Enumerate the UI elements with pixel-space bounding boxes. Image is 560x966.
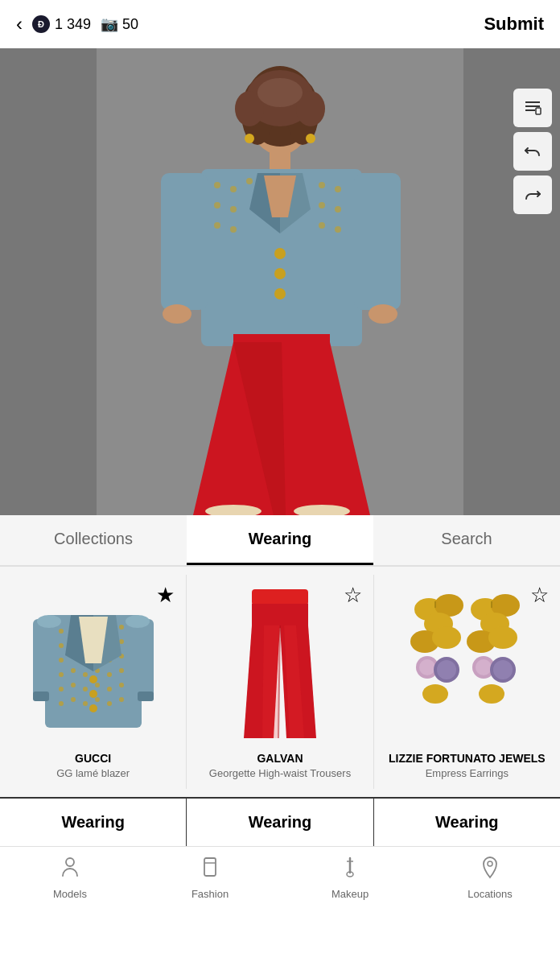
svg-point-21 xyxy=(214,202,220,208)
svg-point-12 xyxy=(245,134,254,143)
svg-point-122 xyxy=(493,660,513,679)
svg-rect-91 xyxy=(33,619,49,700)
svg-point-25 xyxy=(319,182,325,188)
svg-point-77 xyxy=(107,687,112,691)
svg-point-13 xyxy=(306,134,315,143)
svg-point-54 xyxy=(119,625,124,630)
model-photo-area xyxy=(0,48,560,515)
svg-point-74 xyxy=(71,683,76,687)
svg-point-75 xyxy=(83,687,88,691)
list-view-button[interactable] xyxy=(513,89,552,127)
brand-gucci: GUCCI xyxy=(75,752,111,765)
name-galvan: Georgette High-waist Trousers xyxy=(209,767,351,781)
nav-item-models[interactable]: Models xyxy=(0,855,140,900)
svg-rect-98 xyxy=(252,604,308,628)
bottom-navigation: Models Fashion Makeup Locations xyxy=(0,846,560,905)
tab-search[interactable]: Search xyxy=(373,515,560,565)
svg-rect-34 xyxy=(161,173,208,310)
svg-point-83 xyxy=(107,701,112,706)
name-earrings: Empress Earrings xyxy=(426,767,509,781)
side-buttons-panel xyxy=(513,89,552,214)
svg-point-110 xyxy=(419,659,435,675)
brand-earrings: LIZZIE FORTUNATO JEWELS xyxy=(389,752,546,765)
svg-point-118 xyxy=(488,626,517,649)
wearing-button-0[interactable]: Wearing xyxy=(0,799,187,846)
product-card-galvan: ☆ GALVAN Georgette High-waist Trousers xyxy=(187,575,373,789)
svg-point-22 xyxy=(230,206,237,213)
svg-point-69 xyxy=(83,672,88,677)
svg-point-108 xyxy=(432,626,461,649)
submit-button[interactable]: Submit xyxy=(484,14,544,35)
svg-point-71 xyxy=(107,672,112,677)
models-icon xyxy=(58,855,82,885)
nav-item-makeup[interactable]: Makeup xyxy=(280,855,420,900)
wearing-button-1[interactable]: Wearing xyxy=(187,799,373,846)
name-gucci: GG lamé blazer xyxy=(56,767,130,781)
svg-point-84 xyxy=(119,697,124,702)
camera-display: 📷 50 xyxy=(101,15,138,33)
svg-point-33 xyxy=(274,288,286,299)
coins-value: 1 349 xyxy=(55,16,91,33)
svg-point-82 xyxy=(95,697,100,702)
svg-point-20 xyxy=(246,178,253,184)
svg-point-49 xyxy=(59,629,64,634)
tab-collections[interactable]: Collections xyxy=(0,515,187,565)
svg-point-24 xyxy=(230,226,237,233)
svg-point-80 xyxy=(71,697,76,702)
svg-point-132 xyxy=(488,861,492,866)
star-button-earrings[interactable]: ☆ xyxy=(530,583,549,608)
coin-icon: Ð xyxy=(32,15,50,33)
wearing-buttons-row: Wearing Wearing Wearing xyxy=(0,797,560,846)
svg-point-76 xyxy=(95,683,100,687)
svg-point-28 xyxy=(335,206,341,213)
svg-point-29 xyxy=(319,222,325,229)
header-left: ‹ Ð 1 349 📷 50 xyxy=(16,13,138,35)
svg-point-88 xyxy=(89,675,97,683)
svg-point-36 xyxy=(163,304,191,324)
product-image-earrings xyxy=(394,583,539,744)
photos-value: 50 xyxy=(122,16,138,33)
tab-wearing[interactable]: Wearing xyxy=(187,515,373,565)
redo-button[interactable] xyxy=(513,175,552,214)
products-grid: ★ xyxy=(0,567,560,797)
svg-point-68 xyxy=(71,668,76,673)
svg-point-61 xyxy=(59,658,64,663)
wearing-button-2[interactable]: Wearing xyxy=(374,799,560,846)
svg-point-73 xyxy=(59,687,64,691)
svg-rect-45 xyxy=(525,105,540,107)
svg-rect-1 xyxy=(0,48,97,515)
svg-point-10 xyxy=(257,78,303,107)
product-card-earrings: ☆ xyxy=(374,575,560,789)
svg-point-18 xyxy=(214,182,220,188)
product-image-gucci xyxy=(21,583,166,744)
svg-point-123 xyxy=(479,684,504,704)
star-button-gucci[interactable]: ★ xyxy=(156,583,175,608)
back-button[interactable]: ‹ xyxy=(16,13,23,35)
product-image-galvan xyxy=(208,583,352,744)
svg-point-126 xyxy=(66,858,74,866)
nav-item-fashion[interactable]: Fashion xyxy=(140,855,280,900)
svg-rect-92 xyxy=(138,619,154,700)
nav-label-models: Models xyxy=(53,888,87,900)
undo-button[interactable] xyxy=(513,132,552,171)
nav-label-fashion: Fashion xyxy=(191,888,229,900)
app-header: ‹ Ð 1 349 📷 50 Submit xyxy=(0,0,560,48)
brand-galvan: GALVAN xyxy=(257,752,303,765)
svg-rect-35 xyxy=(354,173,401,310)
svg-rect-127 xyxy=(204,858,216,876)
svg-point-120 xyxy=(476,659,492,675)
locations-icon xyxy=(478,855,502,885)
svg-point-79 xyxy=(59,701,64,706)
svg-point-81 xyxy=(83,701,88,706)
star-button-galvan[interactable]: ☆ xyxy=(344,583,362,608)
makeup-icon xyxy=(338,855,362,885)
model-illustration xyxy=(0,48,560,515)
tabs-bar: Collections Wearing Search xyxy=(0,515,560,567)
svg-point-37 xyxy=(369,304,397,324)
svg-point-90 xyxy=(89,704,97,712)
product-card-gucci: ★ xyxy=(0,575,187,789)
svg-point-27 xyxy=(319,202,325,208)
nav-label-locations: Locations xyxy=(467,888,513,900)
nav-item-locations[interactable]: Locations xyxy=(420,855,560,900)
svg-point-78 xyxy=(119,683,124,687)
